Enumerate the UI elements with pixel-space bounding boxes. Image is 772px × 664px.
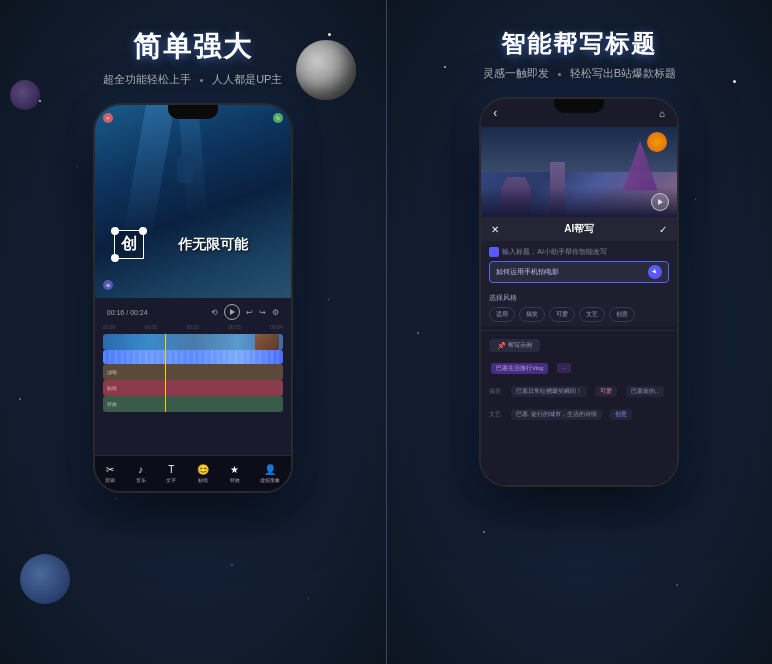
tool-music[interactable]: ♪ 音乐 [136, 464, 146, 483]
back-button[interactable]: ‹ [493, 106, 497, 120]
result-tag-2-1[interactable]: 可爱 [595, 386, 617, 397]
help-examples-button[interactable]: 📌 帮写示例 [489, 339, 540, 352]
send-button[interactable]: ➤ [648, 265, 662, 279]
video-play-overlay [651, 193, 669, 211]
send-icon: ➤ [650, 267, 660, 277]
scene-orb [647, 132, 667, 152]
bottom-toolbar: ✂ 剪辑 ♪ 音乐 T 文字 😊 贴纸 [95, 455, 291, 491]
timeline-ruler: 00:00 00:01 00:02 00:03 00:04 [99, 324, 287, 330]
result-tag-2-2[interactable]: 巴塞前的... [626, 386, 665, 397]
track-audio[interactable] [103, 350, 283, 364]
control-rotate[interactable]: ↻ [273, 113, 283, 123]
moon-decoration [296, 40, 356, 100]
corner-handle-tr [139, 227, 147, 235]
track-effect[interactable]: 特效 [103, 396, 283, 412]
play-button[interactable] [224, 304, 240, 320]
phone-mockup-right: ‹ ⌂ ✕ AI帮写 [479, 97, 679, 487]
style-tag-3[interactable]: 文艺 [579, 307, 605, 322]
ai-title: AI帮写 [564, 222, 594, 236]
result-tag-default[interactable]: 巴塞生活旅行Vlog [491, 363, 548, 374]
phone-screen-right: ‹ ⌂ ✕ AI帮写 [481, 99, 677, 485]
subtitle-divider-right [558, 73, 561, 76]
planet-decoration-bottom [20, 554, 70, 604]
result-tag-3-0[interactable]: 巴塞. 徒行的城市，生活的诗情 [511, 409, 602, 420]
cut-icon: ✂ [106, 464, 114, 475]
tool-avatar[interactable]: 👤 虚拟形象 [260, 464, 280, 483]
redo-icon[interactable]: ↪ [259, 308, 266, 317]
tracks-container: 滤镜 贴纸 特效 [99, 334, 287, 412]
track-filter[interactable]: 滤镜 [103, 364, 283, 380]
ai-bar: ✕ AI帮写 ✓ [481, 217, 677, 241]
left-panel-title: 简单强大 [133, 28, 253, 66]
input-value: 如何运用手机拍电影 [496, 267, 559, 277]
ruler-mark-3: 00:03 [228, 324, 241, 330]
play-triangle-icon [230, 309, 235, 315]
panel-divider [386, 0, 387, 664]
ai-confirm-button[interactable]: ✓ [659, 224, 667, 235]
style-section: 选择风格 适用 搞笑 可爱 文艺 创意 [481, 289, 677, 326]
ruler-mark-0: 00:00 [103, 324, 116, 330]
style-label: 选择风格 [489, 293, 669, 303]
tool-effects[interactable]: ★ 特效 [230, 464, 240, 483]
tool-cut-label: 剪辑 [105, 477, 115, 483]
left-panel: 简单强大 超全功能轻松上手 人人都是UP主 [0, 0, 386, 664]
row2-label: 搞笑 [489, 388, 501, 394]
control-scale[interactable]: ⊕ [103, 280, 113, 290]
track-video[interactable] [103, 334, 283, 350]
track-effect-label: 特效 [107, 401, 117, 407]
tool-text[interactable]: T 文字 [166, 464, 176, 483]
music-icon: ♪ [138, 464, 143, 475]
tool-sticker[interactable]: 😊 贴纸 [197, 464, 209, 483]
video-play-button[interactable] [651, 193, 669, 211]
settings-icon[interactable]: ⚙ [272, 308, 279, 317]
style-tag-4[interactable]: 创意 [609, 307, 635, 322]
ai-close-button[interactable]: ✕ [491, 224, 499, 235]
title-input-field[interactable]: 如何运用手机拍电影 ➤ [489, 261, 669, 283]
tool-avatar-label: 虚拟形象 [260, 477, 280, 483]
style-tag-1[interactable]: 搞笑 [519, 307, 545, 322]
right-panel: 智能帮写标题 灵感一触即发 轻松写出B站爆款标题 ‹ ⌂ [386, 0, 773, 664]
text-icon: T [168, 464, 174, 475]
results-section: 📌 帮写示例 巴塞生活旅行Vlog ··· 搞笑 巴塞日常吐槽爆笑瞬间！ 可爱 … [481, 335, 677, 429]
diver-body [177, 153, 193, 183]
speed-icon[interactable]: ⟲ [211, 308, 218, 317]
play-icon [658, 199, 663, 205]
tool-text-label: 文字 [166, 477, 176, 483]
home-button[interactable]: ⌂ [659, 108, 665, 119]
input-section: 输入标题，AI小助手帮你智能改写 如何运用手机拍电影 ➤ [481, 241, 677, 289]
undo-icon[interactable]: ↩ [246, 308, 253, 317]
timeline-area: 00:16 / 00:24 ⟲ ↩ ↪ ⚙ 00:00 00 [95, 298, 291, 491]
tool-sticker-label: 贴纸 [198, 477, 208, 483]
video-preview-area: 创 作无限可能 × ↻ ⊕ [95, 105, 291, 298]
result-tag-2-0[interactable]: 巴塞日常吐槽爆笑瞬间！ [511, 386, 587, 397]
ruler-mark-2: 00:02 [186, 324, 199, 330]
phone-screen-left: 创 作无限可能 × ↻ ⊕ [95, 105, 291, 491]
planet-decoration [10, 80, 40, 110]
left-panel-subtitle: 超全功能轻松上手 人人都是UP主 [103, 72, 282, 87]
tool-effects-label: 特效 [230, 477, 240, 483]
result-row-1: 巴塞生活旅行Vlog ··· [489, 356, 669, 376]
phone-mockup-left: 创 作无限可能 × ↻ ⊕ [93, 103, 293, 493]
track-filter-label: 滤镜 [107, 369, 117, 375]
track-sticker[interactable]: 贴纸 [103, 380, 283, 396]
video-text-main: 作无限可能 [178, 236, 248, 254]
results-header: 📌 帮写示例 [489, 339, 669, 352]
result-tag-3-1[interactable]: 创意 [610, 409, 632, 420]
result-row-3: 文艺 巴塞. 徒行的城市，生活的诗情 创意 [489, 402, 669, 422]
result-tag-more[interactable]: ··· [557, 363, 572, 373]
sticker-icon: 😊 [197, 464, 209, 475]
corner-handle-tl [111, 227, 119, 235]
text-overlay: 创 作无限可能 [114, 230, 271, 259]
playhead [165, 334, 167, 412]
style-tag-0[interactable]: 适用 [489, 307, 515, 322]
style-tag-2[interactable]: 可爱 [549, 307, 575, 322]
video-thumbnail [255, 334, 279, 350]
control-close[interactable]: × [103, 113, 113, 123]
phone-notch [168, 105, 218, 119]
timeline-time-display: 00:16 / 00:24 [107, 309, 148, 316]
section-divider [481, 330, 677, 331]
ai-icon [489, 247, 499, 257]
tool-cut[interactable]: ✂ 剪辑 [105, 464, 115, 483]
avatar-icon: 👤 [264, 464, 276, 475]
text-box-highlight: 创 [114, 230, 144, 259]
